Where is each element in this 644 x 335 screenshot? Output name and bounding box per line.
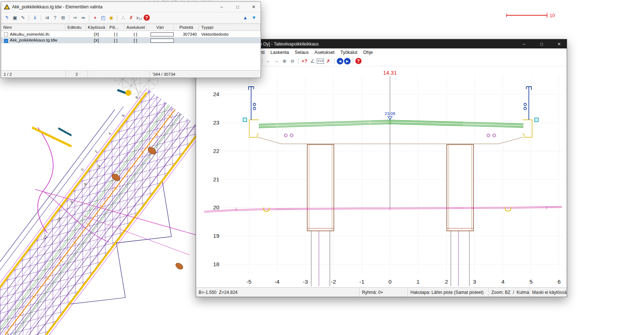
- maximize-button[interactable]: □: [231, 2, 245, 12]
- export-file-icon[interactable]: ⇒: [71, 14, 79, 21]
- asetukset-cell[interactable]: [ ]: [124, 38, 147, 43]
- piilota-cell[interactable]: [ ]: [107, 32, 124, 36]
- curb-marker-right[interactable]: [535, 118, 538, 122]
- kaytossa-cell[interactable]: [X]: [86, 32, 107, 36]
- asetukset-cell[interactable]: [ ]: [124, 32, 147, 36]
- menu-selaus[interactable]: Selaus: [292, 50, 312, 55]
- pillar-right[interactable]: [447, 145, 473, 231]
- scale-ruler: 10: [506, 12, 557, 20]
- prev-element-button[interactable]: ◀: [337, 58, 343, 64]
- svg-text:23: 23: [213, 119, 219, 126]
- column-header-asetukset[interactable]: Asetukset: [124, 24, 147, 31]
- menu-asetukset[interactable]: Asetukset: [312, 50, 337, 55]
- export-all-icon[interactable]: ⇛: [79, 14, 87, 21]
- railing-right[interactable]: [524, 87, 532, 120]
- element-window-statusbar: 1 / 2 2 '344 / 30734: [1, 70, 261, 78]
- column-header-tyyppi[interactable]: Tyyppi: [199, 24, 261, 31]
- pillar-left[interactable]: [307, 145, 334, 231]
- toolbar-separator: [29, 15, 29, 21]
- close-button[interactable]: ✕: [551, 39, 567, 48]
- element-row-akk-poikkileikkaus[interactable]: Akk_poikkileikkaus.tg.tdw [X] [ ] [ ]: [1, 37, 261, 43]
- minimize-button[interactable]: –: [215, 2, 229, 12]
- maximize-button[interactable]: □: [534, 39, 549, 48]
- copy-forward-icon[interactable]: ⇉: [43, 14, 51, 21]
- element-window-titlebar[interactable]: Akk_poikkileikkaus.tg.tdw - Elementtien …: [1, 2, 261, 12]
- next-element-button[interactable]: ▶: [344, 58, 351, 64]
- new-file-icon[interactable]: +: [91, 14, 99, 21]
- svg-text:4: 4: [501, 279, 505, 285]
- duplicate-file-icon[interactable]: ⊞: [59, 14, 67, 21]
- deck-underside-line[interactable]: [258, 137, 523, 144]
- svg-text:-3: -3: [303, 279, 308, 285]
- status-zoom-mode: Zoom: BZ / Kulmat: [489, 288, 530, 297]
- element-selection-window[interactable]: Akk_poikkileikkaus.tg.tdw - Elementtien …: [1, 1, 261, 78]
- menu-ohje[interactable]: Ohje: [360, 50, 376, 55]
- element-row-alikulku[interactable]: Alikulku_esimerkki.ifc [X] [ ] [ ] 30734…: [1, 31, 261, 37]
- edge-beam-left[interactable]: [249, 120, 259, 137]
- highlight-view-icon[interactable]: ◉: [108, 14, 115, 21]
- column-header-nimi[interactable]: Nimi: [1, 24, 65, 31]
- scroll-down-button[interactable]: ▼: [250, 14, 258, 21]
- color-swatch[interactable]: [151, 32, 174, 36]
- zoom-out-icon[interactable]: ⊖: [289, 58, 296, 65]
- svg-text:-2: -2: [331, 279, 336, 285]
- zoom-in-icon[interactable]: ⊕: [281, 58, 288, 65]
- element-table: Nimi Editoitu Käytössä Piil... Asetukset…: [1, 24, 261, 70]
- column-header-kaytossa[interactable]: Käytössä: [86, 24, 107, 31]
- scroll-up-button[interactable]: ▲: [242, 14, 249, 21]
- fit-view-icon[interactable]: ◰: [99, 14, 107, 21]
- edit-file-icon[interactable]: ✎: [19, 14, 27, 21]
- column-header-piilota[interactable]: Piil...: [107, 24, 124, 31]
- road-surface-lines[interactable]: [259, 120, 523, 128]
- element-window-toolbar: ↰▣✎⇓⇉?⊞⇒⇛+◰◉∴✗x₁₂? ▲▼: [1, 12, 261, 23]
- menu-laskenta[interactable]: Laskenta: [268, 50, 292, 55]
- coordinate-check-icon[interactable]: ✗: [325, 58, 332, 65]
- pan-left-icon[interactable]: ←: [265, 58, 272, 65]
- add-file-icon[interactable]: ↰: [3, 14, 11, 21]
- edge-beam-right[interactable]: [523, 120, 532, 137]
- column-header-editoitu[interactable]: Editoitu: [65, 24, 86, 31]
- cross-section-canvas[interactable]: 24 23 22 21 20 19 18 -5 -4 -3 -2 -1 0 1 …: [196, 66, 567, 287]
- drain-channel-right[interactable]: [505, 207, 511, 211]
- element-checkbox[interactable]: [4, 32, 8, 36]
- copy-file-icon[interactable]: ▣: [11, 14, 19, 21]
- svg-text:1: 1: [417, 279, 420, 285]
- anchor-circles-right[interactable]: [487, 134, 496, 137]
- help-icon[interactable]: ?: [355, 58, 362, 64]
- main-window-statusbar: B=-1.550 Z=24.824 Ryhmä: 0+ Hakutapa: Lä…: [196, 287, 567, 297]
- svg-text:5: 5: [530, 279, 533, 285]
- railing-left[interactable]: [249, 87, 256, 120]
- code-12-icon[interactable]: x₁₂: [136, 14, 143, 21]
- close-button[interactable]: ✕: [247, 2, 261, 12]
- kaytossa-cell[interactable]: [X]: [86, 38, 107, 43]
- curb-marker-left[interactable]: [243, 118, 247, 122]
- menu-tyokalut[interactable]: Työkalut: [337, 50, 360, 55]
- status-empty: [88, 71, 150, 78]
- piilota-cell[interactable]: [ ]: [107, 38, 124, 43]
- app-logo-icon: [4, 4, 10, 9]
- column-header-pisteita[interactable]: Pisteitä: [174, 24, 199, 31]
- pile-lines-left[interactable]: [311, 231, 330, 286]
- svg-text:18: 18: [213, 261, 219, 267]
- pan-right-icon[interactable]: →: [273, 58, 280, 65]
- color-swatch[interactable]: [151, 39, 174, 43]
- element-window-title: Akk_poikkileikkaus.tg.tdw - Elementtien …: [12, 4, 102, 9]
- slope-measure-icon[interactable]: ∠: [309, 58, 316, 65]
- svg-text:20: 20: [213, 204, 220, 210]
- add-query-icon[interactable]: +?: [301, 58, 308, 65]
- import-file-icon[interactable]: ⇓: [31, 14, 39, 21]
- scatter-points-icon[interactable]: ∴: [120, 14, 127, 21]
- help-icon[interactable]: ?: [144, 15, 150, 21]
- element-table-header: Nimi Editoitu Käytössä Piil... Asetukset…: [1, 24, 261, 31]
- element-checkbox[interactable]: [4, 39, 8, 43]
- validate-icon[interactable]: ✗: [128, 14, 135, 21]
- status-points-info: '344 / 30734: [150, 71, 261, 78]
- cross-section-svg[interactable]: 24 23 22 21 20 19 18 -5 -4 -3 -2 -1 0 1 …: [196, 66, 567, 287]
- minimize-button[interactable]: –: [516, 39, 532, 48]
- anchor-circles-left[interactable]: [284, 134, 293, 137]
- pile-lines-right[interactable]: [451, 231, 469, 286]
- xyz-coordinates-icon[interactable]: XYZ: [317, 59, 324, 64]
- query-file-icon[interactable]: ?: [51, 14, 59, 21]
- toolbar-separator: [41, 15, 41, 21]
- column-header-vari[interactable]: Väri: [147, 24, 174, 31]
